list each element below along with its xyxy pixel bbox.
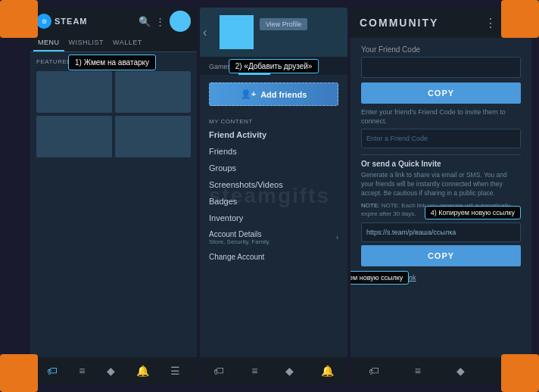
link-row: https://s.team/p/ваша/ссылка 4) Копируем…	[361, 222, 521, 242]
game-thumbnail-3	[36, 116, 112, 157]
content-list: Friend Activity Friends Groups Screensho…	[200, 126, 347, 226]
tab-menu[interactable]: MENU	[33, 35, 64, 51]
game-thumbnail-4	[115, 116, 191, 157]
header-icons: 🔍 ⋮	[139, 11, 191, 32]
community-title: COMMUNITY	[360, 17, 438, 29]
mid-nav-bell-icon[interactable]: 🔔	[321, 365, 334, 377]
nav-tabs: MENU WISHLIST WALLET	[30, 35, 197, 52]
account-details-item[interactable]: Account Details Store, Security, Family …	[200, 226, 347, 249]
add-friends-label: Add friends	[260, 90, 307, 99]
community-more-icon[interactable]: ⋮	[484, 16, 497, 30]
tooltip-step4: 4) Копируем новую ссылку	[425, 206, 521, 219]
avatar[interactable]	[170, 11, 191, 32]
mid-nav-tag-icon[interactable]: 🏷	[213, 365, 224, 377]
steam-header: ⊙ STEAM 🔍 ⋮	[30, 8, 197, 35]
tab-wallet[interactable]: WALLET	[108, 35, 147, 51]
game-thumbnail-1	[36, 71, 112, 113]
featured-grid	[30, 68, 197, 160]
middle-bottom-nav: 🏷 ≡ ◆ 🔔	[200, 357, 347, 384]
content-item-screenshots[interactable]: Screenshots/Videos	[200, 176, 347, 193]
quick-invite-desc: Generate a link to share via email or SM…	[361, 171, 521, 198]
view-profile-button[interactable]: View Profile	[260, 18, 307, 30]
friend-code-section: Your Friend Code COPY Enter your friend'…	[351, 38, 531, 291]
account-details-label: Account Details	[209, 230, 270, 238]
enter-code-placeholder: Enter a Friend Code	[366, 135, 428, 142]
right-panel: COMMUNITY ⋮ Your Friend Code COPY Enter …	[351, 8, 531, 384]
content-item-badges[interactable]: Badges	[200, 193, 347, 210]
content-item-friend-activity[interactable]: Friend Activity	[200, 126, 347, 143]
tooltip-step3: 3) Создаем новую ссылку	[351, 271, 409, 285]
profile-header: ‹ View Profile	[200, 8, 347, 57]
tab-wishlist[interactable]: WISHLIST	[64, 35, 109, 51]
content-item-inventory[interactable]: Inventory	[200, 210, 347, 226]
nav-tag-icon[interactable]: 🏷	[47, 365, 58, 377]
copy-friend-code-button[interactable]: COPY	[361, 82, 521, 104]
chevron-right-icon: ›	[336, 234, 338, 241]
friend-code-input-field[interactable]	[361, 57, 521, 78]
right-nav-diamond-icon[interactable]: ◆	[456, 365, 465, 377]
back-arrow-icon[interactable]: ‹	[203, 26, 207, 39]
my-content-label: MY CONTENT	[200, 114, 347, 126]
copy-link-button[interactable]: COPY	[361, 245, 521, 266]
steam-logo: ⊙ STEAM	[36, 14, 88, 29]
nav-diamond-icon[interactable]: ◆	[107, 365, 115, 377]
nav-menu-icon[interactable]: ☰	[170, 365, 180, 377]
divider	[361, 154, 521, 155]
tooltip-step1: 1) Жмем на аватарку	[68, 54, 156, 70]
copy-small-row: COPY	[361, 245, 521, 266]
left-panel: ⊙ STEAM 🔍 ⋮ MENU WISHLIST WALLET 1) Жмем…	[30, 8, 197, 384]
nav-list-icon[interactable]: ≡	[79, 365, 85, 377]
gift-decoration-top-left	[0, 0, 38, 38]
account-details-sub: Store, Security, Family	[209, 238, 270, 245]
helper-text: Enter your friend's Friend Code to invit…	[361, 108, 521, 126]
middle-panel: ‹ View Profile 2) «Добавить друзей» Game…	[200, 8, 347, 384]
gift-decoration-bottom-left	[0, 354, 38, 392]
left-bottom-nav: 🏷 ≡ ◆ 🔔 ☰	[30, 357, 197, 384]
add-friends-icon: 👤+	[241, 89, 256, 99]
change-account-label: Change Account	[209, 253, 264, 261]
link-url-field[interactable]: https://s.team/p/ваша/ссылка	[361, 222, 521, 242]
search-icon[interactable]: 🔍	[139, 16, 151, 27]
content-item-friends[interactable]: Friends	[200, 143, 347, 160]
steam-title: STEAM	[55, 17, 88, 26]
gift-decoration-top-right	[501, 0, 539, 38]
add-friends-button[interactable]: 👤+ Add friends	[209, 82, 338, 106]
steam-icon: ⊙	[36, 14, 51, 29]
note-prefix: NOTE:	[361, 202, 382, 209]
gift-decoration-bottom-right	[501, 354, 539, 392]
more-icon[interactable]: ⋮	[155, 16, 165, 27]
right-nav-list-icon[interactable]: ≡	[415, 365, 421, 377]
mid-nav-list-icon[interactable]: ≡	[251, 365, 257, 377]
friend-code-label: Your Friend Code	[361, 45, 521, 54]
mid-nav-diamond-icon[interactable]: ◆	[285, 365, 294, 377]
content-item-groups[interactable]: Groups	[200, 160, 347, 176]
quick-invite-title: Or send a Quick Invite	[361, 160, 521, 168]
game-thumbnail-2	[115, 71, 191, 113]
nav-bell-icon[interactable]: 🔔	[136, 365, 149, 377]
tooltip-step2: 2) «Добавить друзей»	[229, 59, 319, 73]
link-url-text: https://s.team/p/ваша/ссылка	[366, 229, 456, 236]
right-nav-tag-icon[interactable]: 🏷	[369, 365, 379, 377]
change-account-item[interactable]: Change Account	[200, 249, 347, 265]
enter-friend-code-input[interactable]: Enter a Friend Code	[361, 129, 521, 148]
generate-row: Generate new link 3) Создаем новую ссылк…	[361, 269, 521, 283]
profile-avatar[interactable]	[220, 15, 254, 49]
